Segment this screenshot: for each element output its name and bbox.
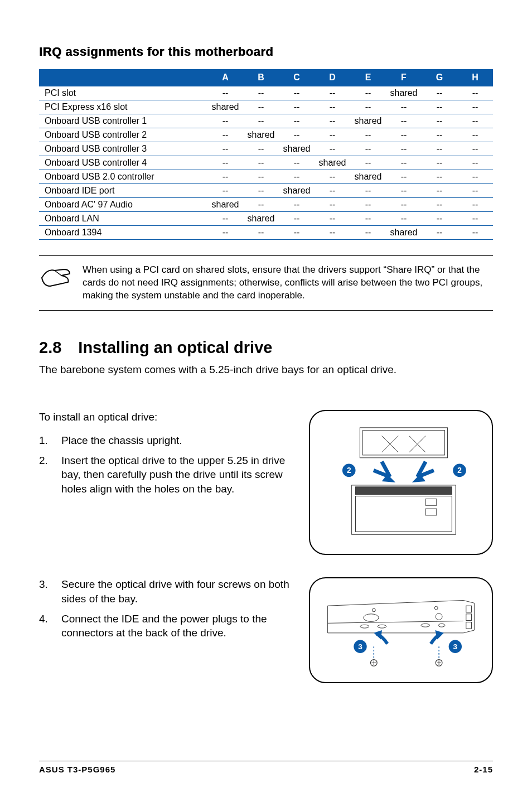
svg-rect-12 bbox=[425, 509, 437, 516]
cell: -- bbox=[315, 86, 350, 100]
cell: -- bbox=[457, 212, 493, 226]
cell: -- bbox=[422, 198, 457, 212]
row-label: Onboard USB 2.0 controller bbox=[39, 170, 207, 184]
section-2-8-heading: 2.8 Installing an optical drive bbox=[39, 339, 493, 357]
cell: -- bbox=[315, 226, 350, 240]
row-label: Onboard AC' 97 Audio bbox=[39, 198, 207, 212]
table-row: Onboard USB controller 3----shared------… bbox=[39, 142, 493, 156]
svg-point-20 bbox=[364, 614, 379, 622]
svg-rect-10 bbox=[356, 496, 452, 532]
svg-rect-1 bbox=[362, 431, 444, 455]
cell: -- bbox=[243, 86, 279, 100]
col-b: B bbox=[243, 69, 279, 86]
svg-point-22 bbox=[360, 625, 369, 629]
table-row: Onboard USB 2.0 controller--------shared… bbox=[39, 170, 493, 184]
table-row: Onboard IDE port----shared---------- bbox=[39, 184, 493, 198]
cell: shared bbox=[279, 142, 315, 156]
cell: -- bbox=[279, 170, 315, 184]
table-row: Onboard USB controller 4------shared----… bbox=[39, 156, 493, 170]
svg-point-23 bbox=[378, 625, 386, 629]
cell: -- bbox=[315, 100, 350, 114]
row-label: Onboard LAN bbox=[39, 212, 207, 226]
svg-line-17 bbox=[328, 621, 463, 624]
svg-rect-11 bbox=[425, 499, 437, 506]
cell: shared bbox=[243, 128, 279, 142]
step-num: 2. bbox=[39, 453, 50, 496]
diagram-insert-drive: 2 2 bbox=[309, 410, 493, 555]
step-2: 2.Insert the optical drive to the upper … bbox=[39, 453, 292, 496]
note-hand-icon bbox=[39, 264, 72, 296]
col-f: F bbox=[386, 69, 422, 86]
cell: shared bbox=[350, 170, 386, 184]
svg-point-25 bbox=[438, 624, 445, 627]
svg-rect-26 bbox=[466, 606, 472, 613]
cell: -- bbox=[457, 86, 493, 100]
footer-right: 2-15 bbox=[474, 765, 493, 774]
cell: -- bbox=[243, 142, 279, 156]
cell: -- bbox=[386, 198, 422, 212]
row-label: Onboard USB controller 2 bbox=[39, 128, 207, 142]
section-intro: The barebone system comes with a 5.25-in… bbox=[39, 363, 493, 377]
step-num: 3. bbox=[39, 577, 50, 606]
cell: -- bbox=[422, 156, 457, 170]
svg-point-24 bbox=[421, 624, 430, 627]
svg-rect-28 bbox=[466, 622, 472, 629]
cell: shared bbox=[386, 226, 422, 240]
svg-rect-9 bbox=[356, 487, 452, 495]
cell: -- bbox=[279, 198, 315, 212]
svg-marker-29 bbox=[374, 630, 382, 640]
cell: -- bbox=[457, 142, 493, 156]
cell: shared bbox=[207, 198, 243, 212]
cell: -- bbox=[422, 226, 457, 240]
cell: -- bbox=[386, 114, 422, 128]
cell: -- bbox=[457, 184, 493, 198]
cell: -- bbox=[457, 226, 493, 240]
cell: -- bbox=[457, 100, 493, 114]
row-label: PCI Express x16 slot bbox=[39, 100, 207, 114]
row-label: Onboard USB controller 1 bbox=[39, 114, 207, 128]
cell: -- bbox=[207, 226, 243, 240]
cell: -- bbox=[386, 142, 422, 156]
footer-left: ASUS T3-P5G965 bbox=[39, 765, 115, 774]
cell: -- bbox=[422, 212, 457, 226]
col-e: E bbox=[350, 69, 386, 86]
row-label: PCI slot bbox=[39, 86, 207, 100]
cell: -- bbox=[422, 184, 457, 198]
cell: -- bbox=[243, 170, 279, 184]
cell: -- bbox=[350, 86, 386, 100]
cell: -- bbox=[315, 128, 350, 142]
section-title: Installing an optical drive bbox=[78, 339, 272, 357]
cell: -- bbox=[386, 170, 422, 184]
step-3: 3.Secure the optical drive with four scr… bbox=[39, 577, 292, 606]
row-label: Onboard 1394 bbox=[39, 226, 207, 240]
cell: -- bbox=[422, 100, 457, 114]
table-header-blank bbox=[39, 69, 207, 86]
cell: -- bbox=[457, 170, 493, 184]
cell: -- bbox=[243, 184, 279, 198]
col-d: D bbox=[315, 69, 350, 86]
cell: -- bbox=[243, 198, 279, 212]
cell: -- bbox=[457, 114, 493, 128]
cell: -- bbox=[207, 86, 243, 100]
cell: -- bbox=[457, 156, 493, 170]
svg-text:3: 3 bbox=[358, 643, 362, 651]
cell: -- bbox=[350, 100, 386, 114]
note-text: When using a PCI card on shared slots, e… bbox=[83, 264, 487, 302]
table-row: Onboard USB controller 1--------shared--… bbox=[39, 114, 493, 128]
svg-point-21 bbox=[436, 613, 442, 620]
cell: -- bbox=[315, 198, 350, 212]
cell: -- bbox=[457, 128, 493, 142]
table-row: PCI slot----------shared---- bbox=[39, 86, 493, 100]
cell: -- bbox=[279, 86, 315, 100]
page-footer: ASUS T3-P5G965 2-15 bbox=[39, 761, 493, 774]
diagram-secure-drive: 3 3 bbox=[309, 577, 493, 683]
irq-table: A B C D E F G H PCI slot----------shared… bbox=[39, 69, 493, 240]
step-text: Place the chassis upright. bbox=[61, 433, 182, 448]
cell: -- bbox=[422, 128, 457, 142]
svg-point-18 bbox=[372, 609, 375, 612]
cell: -- bbox=[422, 170, 457, 184]
svg-rect-0 bbox=[360, 428, 447, 458]
steps-lead: To install an optical drive: bbox=[39, 410, 292, 424]
cell: shared bbox=[207, 100, 243, 114]
cell: shared bbox=[350, 114, 386, 128]
